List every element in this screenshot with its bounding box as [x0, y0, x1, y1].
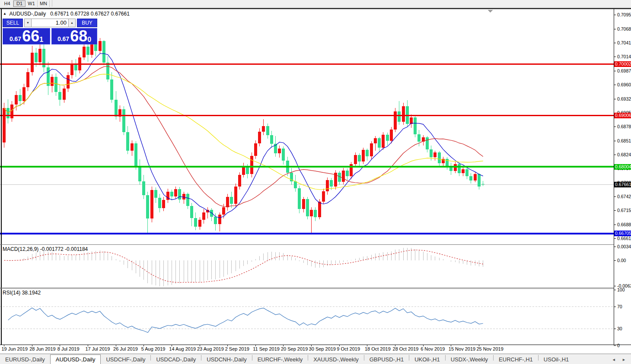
- tab-xauusd-weekly[interactable]: XAUUSD-,Weekly: [308, 355, 364, 364]
- timeframe-d1[interactable]: D1: [13, 0, 25, 7]
- svg-text:0.66705: 0.66705: [615, 231, 631, 236]
- svg-text:19 Jun 2019: 19 Jun 2019: [2, 346, 28, 351]
- svg-text:0.66880: 0.66880: [617, 222, 631, 227]
- buy-price-sup: 0: [87, 36, 91, 44]
- svg-text:30: 30: [617, 326, 622, 331]
- candles-group: [3, 38, 484, 233]
- svg-text:30 Sep 2019: 30 Sep 2019: [309, 346, 336, 351]
- svg-text:23 Aug 2019: 23 Aug 2019: [197, 346, 224, 351]
- svg-text:28 Jun 2019: 28 Jun 2019: [29, 346, 56, 351]
- tab-ukoil-h1[interactable]: UKOil-,H1: [409, 355, 445, 364]
- tab-usoil-h1[interactable]: USOil-,H1: [539, 355, 574, 364]
- svg-text:28 Oct 2019: 28 Oct 2019: [393, 346, 419, 351]
- chart-symbol-label: AUDUSD-,Daily: [10, 11, 46, 17]
- macd-indicator-label: MACD(12,26,9) -0.001772 -0.001184: [3, 246, 88, 252]
- sell-quote-box[interactable]: 0.67661: [3, 28, 50, 44]
- sell-price-small: 0.67: [10, 35, 21, 42]
- svg-text:0.67425: 0.67425: [617, 194, 631, 199]
- chart-title: ▲ AUDUSD-,Daily 0.67671 0.67728 0.67627 …: [3, 11, 130, 17]
- tab-usdx-weekly[interactable]: USDX-,Weekly: [446, 355, 493, 364]
- svg-text:0.69325: 0.69325: [617, 96, 631, 101]
- volume-decrease-icon[interactable]: ▼: [24, 19, 32, 27]
- svg-text:0.69870: 0.69870: [617, 68, 631, 73]
- sell-price-sup: 1: [39, 36, 43, 44]
- svg-text:0.00349: 0.00349: [617, 244, 631, 249]
- svg-text:9 Oct 2019: 9 Oct 2019: [337, 346, 360, 351]
- svg-text:0.68510: 0.68510: [617, 138, 631, 143]
- volume-input[interactable]: 1.00: [32, 19, 68, 27]
- indicator-panes-group: [0, 248, 614, 332]
- svg-text:0.68785: 0.68785: [617, 124, 631, 129]
- svg-text:100: 100: [617, 287, 625, 292]
- moving-averages-group: [4, 54, 483, 218]
- chart-window: 0.709550.706850.704150.701400.698700.696…: [0, 8, 631, 354]
- svg-text:0.69006: 0.69006: [615, 113, 631, 118]
- svg-text:6 Nov 2019: 6 Nov 2019: [421, 346, 445, 351]
- chart-tab-bar: EURUSD-,DailyAUDUSD-,DailyUSDCHF-,DailyU…: [0, 354, 631, 364]
- buy-button[interactable]: BUY: [77, 19, 97, 27]
- tab-audusd-daily[interactable]: AUDUSD-,Daily: [50, 355, 101, 364]
- svg-text:0.70955: 0.70955: [617, 12, 631, 17]
- svg-text:8 Jul 2019: 8 Jul 2019: [57, 346, 80, 351]
- trade-panel: SELL ▼ 1.00 ▲ BUY 0.67661 0.67680: [3, 19, 97, 44]
- tab-scroll-arrows[interactable]: ◄ ►: [612, 358, 628, 362]
- svg-text:0.70140: 0.70140: [617, 54, 631, 59]
- tab-gbpusd-h1[interactable]: GBPUSD-,H1: [364, 355, 409, 364]
- svg-text:0.67661: 0.67661: [615, 182, 631, 187]
- svg-text:26 Jul 2019: 26 Jul 2019: [113, 346, 138, 351]
- mt4-window: H4D1W1MN 0.709550.706850.704150.701400.6…: [0, 0, 631, 364]
- svg-text:0.00: 0.00: [617, 258, 626, 263]
- svg-text:0.70415: 0.70415: [617, 40, 631, 45]
- tab-eurchf-h1[interactable]: EURCHF-,H1: [494, 355, 538, 364]
- rsi-indicator-label: RSI(14) 38.1942: [3, 290, 41, 296]
- volume-increase-icon[interactable]: ▲: [68, 19, 76, 27]
- sell-price-big: 66: [22, 29, 39, 44]
- svg-text:0.66610: 0.66610: [617, 236, 631, 241]
- chart-shift-icon: [488, 10, 493, 13]
- svg-text:2 Sep 2019: 2 Sep 2019: [225, 346, 249, 351]
- svg-text:0.70002: 0.70002: [615, 61, 631, 66]
- svg-text:11 Sep 2019: 11 Sep 2019: [253, 346, 280, 351]
- tab-usdcnh-daily[interactable]: USDCNH-,Daily: [201, 355, 252, 364]
- svg-text:70: 70: [617, 304, 622, 309]
- buy-quote-box[interactable]: 0.67680: [51, 28, 97, 44]
- svg-text:15 Nov 2019: 15 Nov 2019: [449, 346, 475, 351]
- svg-text:0.68240: 0.68240: [617, 152, 631, 157]
- price-chart-canvas[interactable]: 0.709550.706850.704150.701400.698700.696…: [0, 8, 631, 354]
- timeframe-w1[interactable]: W1: [25, 0, 38, 7]
- buy-price-big: 68: [70, 29, 87, 44]
- timeframe-mn[interactable]: MN: [38, 0, 50, 7]
- svg-text:20 Sep 2019: 20 Sep 2019: [281, 346, 308, 351]
- volume-stepper: ▼ 1.00 ▲: [24, 19, 76, 27]
- svg-text:0: 0: [617, 343, 620, 348]
- tab-usdcad-daily[interactable]: USDCAD-,Daily: [151, 355, 201, 364]
- collapse-panel-icon[interactable]: ▲: [3, 12, 6, 16]
- svg-text:0.69600: 0.69600: [617, 82, 631, 87]
- svg-text:25 Nov 2019: 25 Nov 2019: [476, 346, 503, 351]
- svg-text:5 Aug 2019: 5 Aug 2019: [141, 346, 166, 351]
- svg-text:17 Jul 2019: 17 Jul 2019: [85, 346, 110, 351]
- svg-text:18 Oct 2019: 18 Oct 2019: [365, 346, 391, 351]
- buy-price-small: 0.67: [57, 35, 69, 42]
- svg-text:0.70685: 0.70685: [617, 26, 631, 32]
- tab-eurchf-weekly[interactable]: EURCHF-,Weekly: [252, 355, 308, 364]
- svg-text:14 Aug 2019: 14 Aug 2019: [169, 346, 196, 351]
- sell-button[interactable]: SELL: [3, 19, 23, 27]
- timeframe-toolbar: H4D1W1MN: [0, 0, 631, 8]
- tab-eurusd-daily[interactable]: EURUSD-,Daily: [0, 355, 50, 364]
- svg-text:0.68004: 0.68004: [615, 164, 631, 169]
- tab-usdchf-daily[interactable]: USDCHF-,Daily: [101, 355, 150, 364]
- svg-text:0.67150: 0.67150: [617, 208, 631, 213]
- chart-ohlc-values: 0.67671 0.67728 0.67627 0.67661: [50, 11, 130, 17]
- timeframe-h4[interactable]: H4: [1, 0, 13, 7]
